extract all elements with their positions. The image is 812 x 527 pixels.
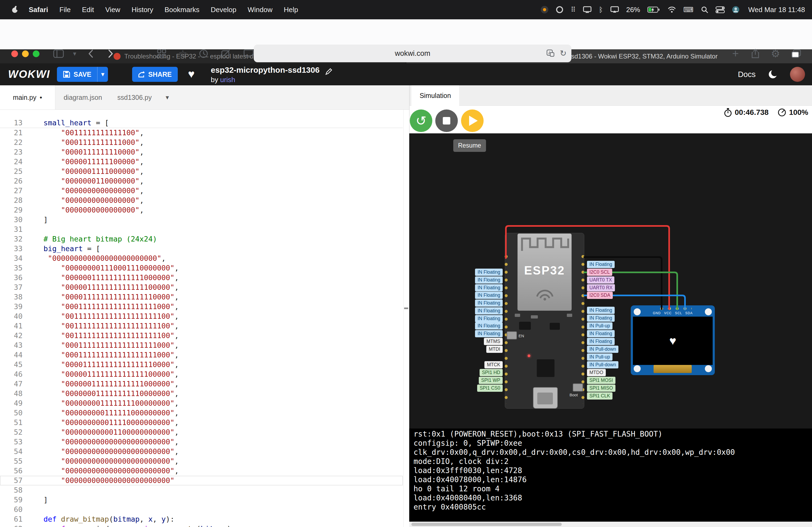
forward-button[interactable]: [104, 46, 118, 62]
serial-horizontal-scrollbar[interactable]: [409, 522, 812, 527]
simulation-tab[interactable]: Simulation: [411, 85, 459, 106]
menu-window[interactable]: Window: [242, 6, 278, 14]
pin-label-in-pull-up[interactable]: IN Pull-up: [587, 322, 612, 330]
code-line-28[interactable]: 28 "0000000000000000",: [0, 196, 403, 205]
pin-label-spi1-wp[interactable]: SPI1 WP: [479, 377, 503, 384]
code-line-34[interactable]: 34 "000000000000000000000000",: [0, 254, 403, 263]
code-line-50[interactable]: 50 "000000000111111000000000",: [0, 408, 403, 418]
pin-label-in-floating[interactable]: IN Floating: [475, 269, 503, 276]
minimize-window-button[interactable]: [22, 50, 29, 57]
pin-header-right[interactable]: [581, 255, 584, 404]
pin-label-in-floating[interactable]: IN Floating: [587, 338, 615, 345]
code-line-30[interactable]: 30]: [0, 215, 403, 225]
code-line-41[interactable]: 41 "001111111111111111111100",: [0, 321, 403, 331]
code-line-47[interactable]: 47 "000000111111111111000000",: [0, 379, 403, 389]
editor-scrollbar[interactable]: [403, 110, 404, 527]
code-line-27[interactable]: 27 "0000000000000000",: [0, 186, 403, 196]
code-line-49[interactable]: 49 "000000001111111100000000",: [0, 398, 403, 408]
history-clock-icon[interactable]: [197, 46, 211, 62]
oled-pin-header[interactable]: [660, 307, 692, 310]
code-line-24[interactable]: 24 "0000011111100000",: [0, 157, 403, 167]
save-dropdown-button[interactable]: ▾: [97, 67, 108, 82]
pin-label-in-pull-down[interactable]: IN Pull-down: [587, 361, 619, 368]
share-icon[interactable]: [748, 46, 762, 62]
code-line-35[interactable]: 35 "000000001110001110000000",: [0, 263, 403, 273]
menu-view[interactable]: View: [100, 6, 126, 14]
code-line-55[interactable]: 55 "000000000000000000000000",: [0, 456, 403, 466]
code-line-46[interactable]: 46 "000001111111111111100000",: [0, 370, 403, 379]
spotlight-search-icon[interactable]: [701, 6, 708, 13]
sidebar-toggle-icon[interactable]: [52, 46, 66, 62]
code-line-51[interactable]: 51 "000000000011110000000000",: [0, 418, 403, 427]
code-line-23[interactable]: 23 "0000111111110000",: [0, 147, 403, 157]
author-link[interactable]: urish: [220, 76, 235, 84]
pin-label-in-floating[interactable]: IN Floating: [475, 307, 503, 315]
pin-label-in-floating[interactable]: IN Floating: [587, 261, 615, 268]
pin-label-in-floating[interactable]: IN Floating: [475, 322, 503, 330]
pin-label-in-floating[interactable]: IN Floating: [475, 276, 503, 284]
code-line-39[interactable]: 39 "000111111111111111111000",: [0, 302, 403, 312]
code-line-26[interactable]: 26 "0000000110000000",: [0, 176, 403, 186]
editor-tab-diagram-json[interactable]: diagram.json: [55, 85, 110, 109]
tabs-overview-icon[interactable]: [789, 46, 803, 62]
code-line-59[interactable]: 59]: [0, 495, 403, 505]
favorites-star-icon[interactable]: ☆: [176, 46, 190, 62]
pin-label-spi1-hd[interactable]: SPI1 HD: [480, 369, 503, 376]
code-line-52[interactable]: 52 "000000000001100000000000",: [0, 427, 403, 437]
menu-edit[interactable]: Edit: [76, 6, 100, 14]
pin-label-in-floating[interactable]: IN Floating: [475, 315, 503, 322]
menu-clock[interactable]: Wed Mar 18 11:48: [748, 6, 805, 14]
keyboard-brightness-icon[interactable]: ⠿: [570, 6, 576, 13]
share-button[interactable]: SHARE: [132, 67, 178, 82]
pin-label-mtdi[interactable]: MTDI: [486, 346, 503, 353]
en-button[interactable]: [507, 331, 517, 340]
pin-label-in-floating[interactable]: IN Floating: [475, 292, 503, 299]
apple-menu[interactable]: [7, 6, 23, 14]
code-line-13[interactable]: 13small_heart = [: [0, 118, 109, 128]
user-avatar[interactable]: [790, 67, 805, 82]
editor-tabs-chevron-icon[interactable]: ▾: [159, 85, 176, 109]
pin-label-in-pull-down[interactable]: IN Pull-down: [587, 346, 619, 353]
pin-label-uart0-tx[interactable]: UART0 TX: [587, 276, 614, 284]
screen-mirroring-icon[interactable]: [610, 6, 619, 13]
code-line-44[interactable]: 44 "000111111111111111111000",: [0, 350, 403, 360]
code-line-57[interactable]: 57 "000000000000000000000000": [0, 476, 403, 485]
pin-label-in-floating[interactable]: IN Floating: [587, 330, 615, 337]
code-line-56[interactable]: 56 "000000000000000000000000",: [0, 466, 403, 476]
serial-monitor[interactable]: rst:0x1 (POWERON_RESET),boot:0x13 (SPI_F…: [409, 428, 812, 522]
editor-tab-main-py[interactable]: main.py ●: [0, 85, 55, 109]
code-line-36[interactable]: 36 "000000111111111111000000",: [0, 273, 403, 283]
menu-history[interactable]: History: [126, 6, 159, 14]
code-line-60[interactable]: 60: [0, 505, 403, 514]
code-line-32[interactable]: 32# Big heart bitmap (24x24): [0, 234, 403, 244]
pin-label-mtck[interactable]: MTCK: [484, 361, 503, 368]
pin-label-uart0-rx[interactable]: UART0 RX: [587, 284, 615, 291]
wifi-icon[interactable]: [668, 6, 676, 13]
compose-icon[interactable]: [219, 46, 233, 62]
new-tab-plus-icon[interactable]: +: [728, 46, 742, 62]
code-line-33[interactable]: 33big_heart = [: [0, 244, 403, 254]
record-indicator-icon[interactable]: [540, 6, 549, 14]
sidebar-chevron-icon[interactable]: ▾: [68, 46, 82, 62]
code-line-40[interactable]: 40 "001111111111111111111100",: [0, 312, 403, 321]
pin-label-spi1-miso[interactable]: SPI1 MISO: [587, 385, 615, 392]
code-line-54[interactable]: 54 "000000000000000000000000",: [0, 447, 403, 456]
pin-label-in-floating[interactable]: IN Floating: [475, 299, 503, 307]
pin-label-in-floating[interactable]: IN Floating: [475, 284, 503, 291]
code-line-21[interactable]: 21 "0011111111111100",: [0, 128, 403, 138]
menu-develop[interactable]: Develop: [205, 6, 242, 14]
dark-mode-moon-icon[interactable]: [767, 69, 778, 80]
ssd1306-oled-board[interactable]: GND VCC SCL SDA ♥: [631, 305, 715, 375]
code-line-48[interactable]: 48 "000000011111111110000000",: [0, 389, 403, 398]
reload-icon[interactable]: ↻: [560, 49, 567, 57]
editor-tab-ssd1306-py[interactable]: ssd1306.py: [110, 85, 159, 109]
address-bar[interactable]: wokwi.com A ↻: [254, 45, 571, 62]
menu-bookmarks[interactable]: Bookmarks: [159, 6, 205, 14]
menu-help[interactable]: Help: [278, 6, 304, 14]
wokwi-logo[interactable]: WOKWI: [8, 68, 50, 80]
tab-overview-grid-icon[interactable]: [155, 46, 169, 62]
close-window-button[interactable]: [11, 50, 18, 57]
pin-label-in-floating[interactable]: IN Floating: [587, 307, 615, 314]
code-line-37[interactable]: 37 "000001111111111111100000",: [0, 283, 403, 292]
pin-label-spi1-cs0[interactable]: SPI1 CS0: [477, 385, 503, 392]
